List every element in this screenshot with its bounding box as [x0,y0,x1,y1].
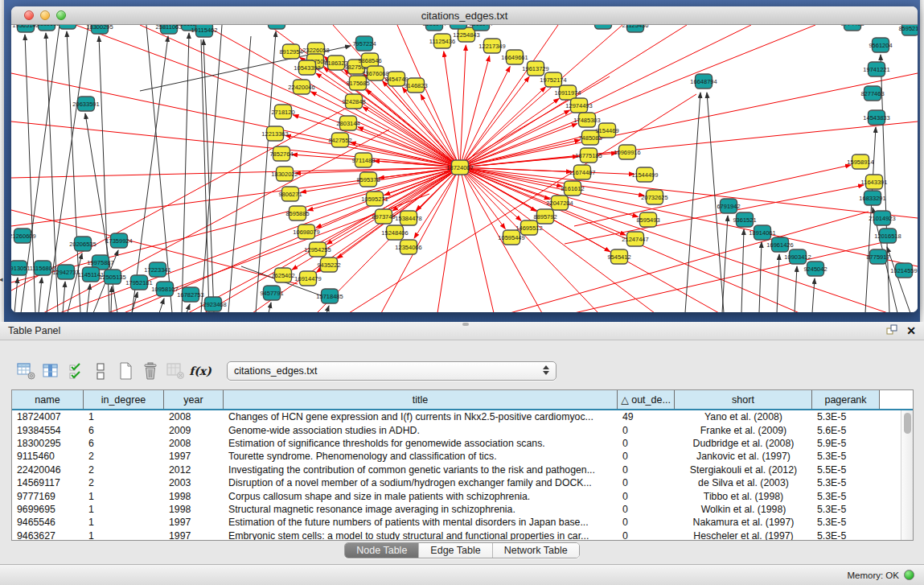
collapse-panel-arrow-icon[interactable]: ◂ [0,275,3,283]
graph-node-label: 10911974 [555,89,581,97]
graph-node[interactable] [450,25,467,29]
table-cell-title: Corpus callosum shape and size in male p… [224,491,618,502]
tab-node-table[interactable]: Node Table [345,543,419,558]
delete-column-button[interactable] [141,360,160,381]
table-row[interactable]: 946362711997Embryonic stem cells: a mode… [12,529,901,540]
table-cell-in_degree: 1 [84,517,164,528]
check-list-icon [69,363,83,380]
graph-edge [460,73,918,167]
column-header-short[interactable]: short [675,390,812,409]
graph-edge [460,167,918,218]
graph-node-label: 12016518 [874,233,901,240]
graph-edge [759,242,762,312]
float-window-icon[interactable] [886,324,897,337]
tab-network-table[interactable]: Network Table [493,543,579,558]
graph-node-label: 15248406 [381,229,408,237]
graph-node-label: 9245042 [803,266,827,273]
graph-node[interactable] [60,25,76,29]
table-cell-title: Embryonic stem cells: a model to study s… [224,530,618,540]
table-cell-name: 22420046 [12,464,84,476]
table-header-row: namein_degreeyeartitle△ out_de...shortpa… [12,390,913,410]
graph-node[interactable] [595,25,612,29]
attribute-table: namein_degreeyeartitle△ out_de...shortpa… [11,389,914,541]
graph-node-label: 8595378 [356,176,380,183]
row-height-button[interactable] [91,360,110,381]
table-row[interactable]: 969969511998Structural magnetic resonanc… [12,503,901,516]
graph-node-label: 19115462 [191,27,218,34]
table-cell-pagerank: 5.3E-5 [812,451,880,462]
table-row[interactable]: 911546021997Tourette syndrome. Phenomeno… [12,450,901,463]
table-cell-year: 1998 [164,491,224,502]
network-graph-canvas[interactable]: 1872400789129542322605898275098186323982… [11,25,918,312]
table-cell-pagerank: 5.3E-5 [812,517,880,528]
table-row[interactable]: 2242004622012Investigating the contribut… [12,463,901,476]
close-traffic-light-icon[interactable] [24,10,34,20]
header-filler [880,390,913,409]
graph-node-label: 9435222 [317,262,340,269]
network-window-titlebar[interactable]: citations_edges.txt [11,6,918,25]
graph-node-label: 18302022 [271,171,298,178]
column-header-name[interactable]: name [12,390,84,409]
graph-node[interactable] [269,25,285,29]
show-columns-button[interactable] [41,360,60,381]
graph-edge [565,185,864,244]
column-header-pagerank[interactable]: pagerank [812,390,880,409]
table-cell-out_degree: 0 [618,451,675,462]
table-row[interactable]: 1938455462009Genome-wide association stu… [12,423,901,436]
table-row[interactable]: 1872400712008Changes of HCN gene express… [12,410,901,423]
column-header-out_degree[interactable]: △ out_de... [618,390,675,409]
graph-node-label: 7852764 [269,150,293,158]
table-panel-title: Table Panel [8,325,60,336]
table-row[interactable]: 977716911998Corpus callosum shape and si… [12,489,901,502]
table-panel: Table Panel ✕ [0,322,924,585]
table-cell-pagerank: 5.3E-5 [812,504,880,515]
graph-node-label: 9561204 [869,42,892,49]
graph-node-label: 8595215 [898,25,918,32]
graph-node-label: 20206535 [69,241,96,248]
graph-node-label: 9711488 [352,157,376,164]
column-header-title[interactable]: title [224,390,618,409]
table-cell-pagerank: 5.3E-5 [812,491,880,502]
graph-node-label: 9116546 [447,25,470,26]
tab-edge-table[interactable]: Edge Table [419,543,492,558]
table-cell-title: Genome-wide association studies in ADHD. [224,425,618,436]
graph-edge [741,229,744,312]
column-header-in_degree[interactable]: in_degree [84,390,164,409]
table-selector[interactable]: citations_edges.txt [227,361,556,381]
table-row[interactable]: 946554611997Estimation of the future num… [12,516,901,529]
table-cell-name: 18724007 [12,411,84,422]
table-column-icon [42,363,60,379]
table-cell-short: Jankovic et al. (1997) [675,451,812,462]
table-cell-in_degree: 1 [84,491,164,502]
table-cell-title: Estimation of significance thresholds fo… [224,438,618,449]
import-table-button[interactable] [166,360,185,381]
table-gear-icon [17,362,35,380]
scrollbar-thumb[interactable] [904,413,911,434]
left-panel-edge[interactable]: ◂ [0,0,4,322]
table-cell-short: Hescheler et al. (1997) [675,530,812,540]
zoom-traffic-light-icon[interactable] [56,10,66,20]
right-panel-edge[interactable] [920,0,924,322]
table-row[interactable]: 1830029562008Estimation of significance … [12,437,901,450]
graph-node-label: 7957224 [352,40,376,47]
graph-edge [460,67,510,167]
graph-edge [460,87,546,167]
graph-node-label: 11674487 [569,169,596,176]
function-builder-button[interactable]: f(x) [191,360,210,381]
splitter-grip[interactable] [462,323,469,326]
graph-node-label: 19752174 [540,76,566,84]
graph-node-label: 9457791 [260,290,283,297]
table-row[interactable]: 1456911722003Disruption of a novel membe… [12,476,901,489]
new-column-button[interactable] [116,360,135,381]
graph-node-label: 18300295 [86,25,113,31]
table-cell-out_degree: 0 [618,491,675,502]
column-header-year[interactable]: year [164,390,224,409]
table-cell-in_degree: 6 [84,425,164,436]
graph-edge [437,167,460,312]
close-panel-icon[interactable]: ✕ [906,325,916,336]
minimize-traffic-light-icon[interactable] [40,10,50,20]
table-mode-button[interactable] [16,360,35,381]
select-columns-button[interactable] [66,360,85,381]
table-cell-in_degree: 1 [84,530,164,540]
table-vertical-scrollbar[interactable] [901,410,913,540]
